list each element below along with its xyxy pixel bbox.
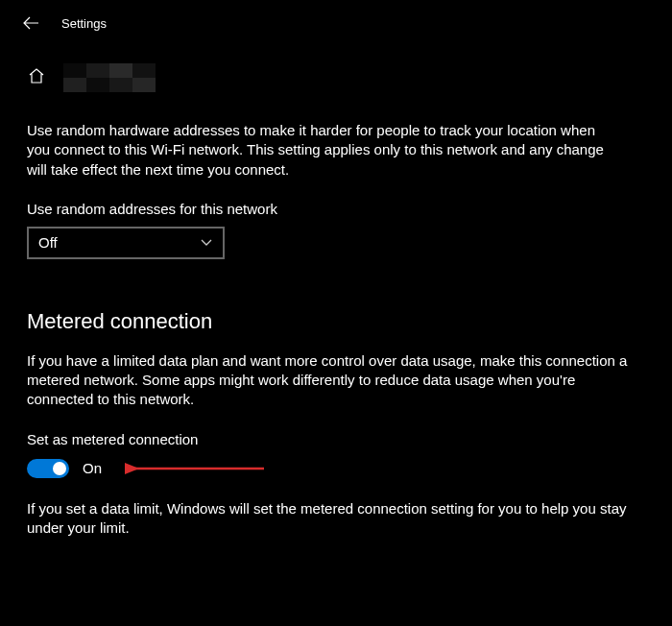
window-title: Settings: [61, 16, 107, 31]
random-addresses-label: Use random addresses for this network: [27, 201, 645, 217]
chevron-down-icon: [200, 234, 213, 252]
metered-description: If you have a limited data plan and want…: [27, 351, 641, 410]
arrow-left-icon: [22, 15, 39, 31]
metered-footnote: If you set a data limit, Windows will se…: [27, 499, 641, 539]
back-button[interactable]: [21, 13, 40, 33]
home-icon[interactable]: [27, 66, 46, 89]
random-hw-description: Use random hardware addresses to make it…: [27, 121, 622, 180]
random-addresses-dropdown[interactable]: Off: [27, 227, 225, 259]
metered-toggle-label: Set as metered connection: [27, 431, 645, 447]
metered-connection-heading: Metered connection: [27, 309, 645, 334]
metered-toggle[interactable]: [27, 459, 69, 478]
metered-toggle-state: On: [83, 460, 102, 476]
toggle-knob: [53, 462, 66, 475]
dropdown-value: Off: [38, 234, 58, 251]
network-name-redacted: [63, 63, 156, 92]
annotation-arrow-icon: [125, 459, 269, 478]
